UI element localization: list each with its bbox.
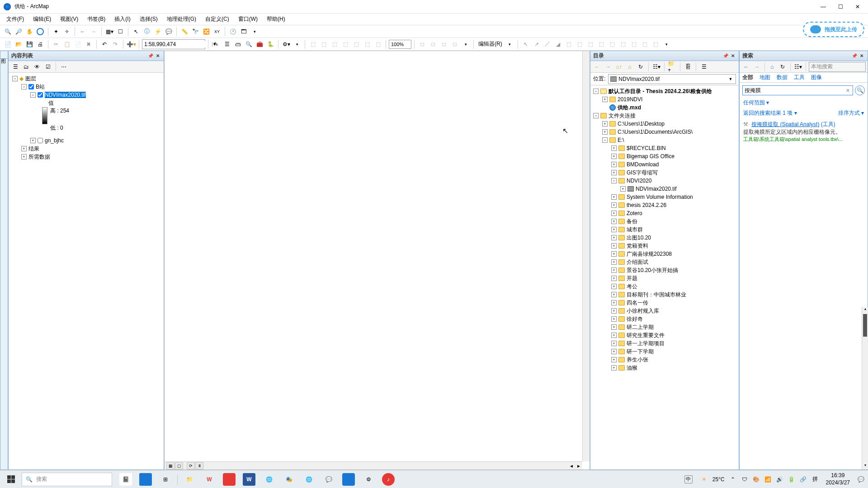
cat-item-toggle[interactable]: + [611,300,617,305]
search-scope-box[interactable]: 本地搜索 [809,62,866,72]
catalog-folder-item[interactable]: +目标期刊：中国城市林业 [592,291,737,299]
save-button[interactable]: 💾 [24,39,34,49]
toc-layer-ndvi[interactable]: NDVImax2020.tif [45,92,86,98]
toc-close-button[interactable]: ✕ [155,53,161,59]
taskbar-settings[interactable]: ⚙ [362,473,375,486]
catalog-folder-item[interactable]: +$RECYCLE.BIN [592,144,737,152]
catalog-folder-item[interactable]: +Zotero [592,209,737,217]
location-box[interactable]: NDVImax2020.tif ▼ [608,74,736,84]
time-slider-button[interactable]: 🕐 [228,27,238,37]
cat-item-label[interactable]: System Volume Information [627,194,693,200]
search-window-button[interactable]: 🔍 [244,39,254,49]
menu-geoprocessing[interactable]: 地理处理(G) [163,14,200,24]
catalog-folder-item[interactable]: +养生小张 [592,356,737,364]
catalog-folder-item[interactable]: +党籍资料 [592,242,737,250]
tray-app-3[interactable]: 🔗 [800,476,807,483]
cat-item-toggle[interactable]: + [611,259,617,265]
toc-check-gn[interactable] [38,138,43,143]
menu-windows[interactable]: 窗口(W) [235,14,261,24]
open-button[interactable]: 📂 [14,39,24,49]
cat-item-label[interactable]: NDVI2020 [627,178,651,184]
viewer-window-button[interactable]: 🗔 [239,27,249,37]
catalog-up-button[interactable]: ⌂↑ [614,62,624,72]
upload-drop-badge[interactable]: 拖拽至此上传 [803,22,864,37]
tray-weather-temp[interactable]: 25°C [712,476,725,483]
arctoolbox-button[interactable]: 🧰 [255,39,264,49]
maximize-button[interactable]: ☐ [837,4,844,10]
menu-view[interactable]: 视图(V) [57,14,82,24]
identify-button[interactable]: ⓘ [142,27,152,37]
map-vertical-scrollbar[interactable] [582,51,590,461]
clear-selection-button[interactable]: ☐ [115,27,125,37]
search-go-button[interactable]: 🔍 [855,85,865,95]
cat-item-label[interactable]: 城市群 [627,226,643,234]
cat-item-toggle[interactable]: + [611,292,617,297]
toc-list-by-drawing-order[interactable]: ☰ [10,62,20,72]
search-scrollbar[interactable]: ▴ ▾ [862,307,868,469]
cat-item-toggle[interactable]: + [611,251,617,257]
cat-item-toggle[interactable]: − [611,178,617,183]
tray-clock[interactable]: 16:39 2024/3/27 [823,472,853,486]
hyperlink-button[interactable]: ⚡ [153,27,163,37]
cat-item-label[interactable]: 介绍面试 [627,258,648,266]
cat-item-toggle[interactable]: + [611,154,617,159]
cat-item-toggle[interactable]: + [611,316,617,322]
toc-options[interactable]: ⋯ [59,62,69,72]
catalog-back-button[interactable]: ← [592,62,602,72]
cat-desktop[interactable]: C:\Users\1\Desktop [618,121,665,127]
search-tab-maps[interactable]: 地图 [760,74,770,81]
pause-drawing-button[interactable]: ⏸ [195,462,203,469]
toc-toggle-needed[interactable]: + [21,154,27,160]
add-data-button[interactable]: ➕▾ [126,39,136,49]
map-canvas[interactable]: ▦ ▢ ⟳ ⏸ ◂ ▸ [165,51,590,469]
toc-button[interactable]: ☰ [222,39,232,49]
cat-item-toggle[interactable]: + [611,243,617,249]
catalog-folder-item[interactable]: +thesis 2024.2.26 [592,201,737,209]
layout-view-button[interactable]: ▢ [175,462,183,469]
catalog-refresh-button[interactable]: ↻ [636,62,646,72]
fixed-zoom-in-button[interactable]: ✦ [51,27,61,37]
cat-item-toggle[interactable]: + [611,194,617,200]
measure-button[interactable]: 📏 [179,27,189,37]
taskbar-app-arcmap[interactable] [139,473,152,486]
cat-item-toggle[interactable]: + [611,202,617,208]
cat-item-label[interactable]: Zotero [627,210,642,216]
catalog-options-button[interactable]: ☰ [699,62,709,72]
catalog-folder-item[interactable]: +研究生重要文件 [592,331,737,339]
zoom-in-button[interactable]: 🔍 [3,27,13,37]
full-extent-button[interactable] [35,27,45,37]
result-path[interactable]: 工具箱\系统工具箱\spatial analyst tools.tbx\... [743,136,864,143]
catalog-folder-item[interactable]: +研二上学期 [592,323,737,331]
taskbar-music[interactable]: ♪ [382,473,395,486]
taskbar-app-4[interactable]: 🎭 [283,473,295,486]
toc-toggle-ndvi[interactable]: − [30,92,36,98]
scale-value[interactable] [144,41,212,47]
search-refresh-button[interactable]: ↻ [778,62,788,72]
find-route-button[interactable]: 🔀 [201,27,211,37]
result-title-link[interactable]: 按掩膜提取 (Spatial Analyst) [751,121,819,127]
cat-arcgisdocs[interactable]: C:\Users\1\Documents\ArcGIS\ [618,129,693,135]
catalog-folder-item[interactable]: +GIS字母缩写 [592,169,737,177]
cat-toggle-defaultwd[interactable]: − [593,89,599,94]
cat-item-toggle[interactable]: + [611,276,617,281]
editor-menu[interactable]: 编辑器(R) [476,40,504,48]
catalog-folder-item[interactable]: +考公 [592,282,737,291]
cat-item-toggle[interactable]: + [611,170,617,175]
catalog-folder-item[interactable]: +四名一传 [592,299,737,307]
select-features-button[interactable]: ▦▾ [104,27,114,37]
map-view[interactable]: ▦ ▢ ⟳ ⏸ ◂ ▸ [164,51,590,470]
search-back-button[interactable]: ← [741,62,751,72]
cat-item-label[interactable]: 徐好奇 [627,315,643,323]
cat-item-label[interactable]: 备份 [627,218,637,225]
catalog-folder-item[interactable]: +油猴 [592,364,737,372]
cat-item-label[interactable]: 油猴 [627,364,637,372]
search-pin-button[interactable]: 📌 [851,53,858,59]
cat-toggle-arcgisdocs[interactable]: + [602,129,608,135]
cat-default-wd[interactable]: 默认工作目录 - Thesis 2024.2.26\粮食供给 [609,88,712,95]
catalog-folder-item[interactable]: +小徐村规入库 [592,307,737,315]
toc-layers-root[interactable]: 图层 [25,75,36,83]
toc-toggle-results[interactable]: + [21,146,27,151]
search-sort-dropdown[interactable]: 排序方式 ▾ [838,109,864,117]
taskbar-explorer[interactable]: 📁 [183,473,196,486]
toc-check-bstation[interactable] [28,84,34,89]
